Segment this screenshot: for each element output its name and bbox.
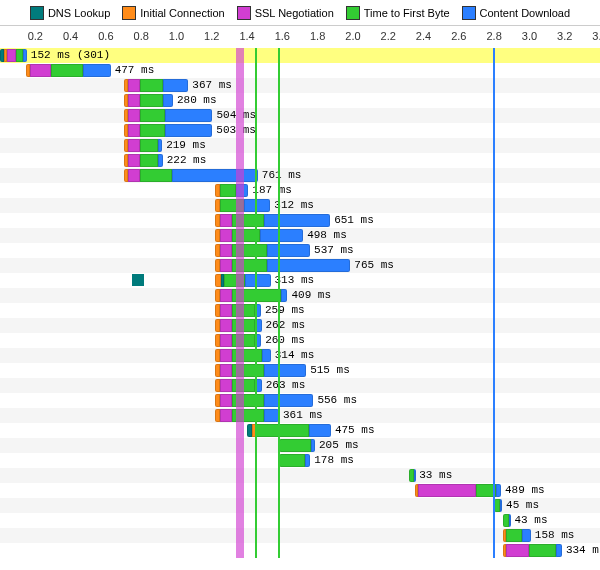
waterfall-row[interactable]: 515 ms — [0, 363, 600, 378]
waterfall-row[interactable]: 33 ms — [0, 468, 600, 483]
timing-bar — [494, 499, 502, 512]
waterfall-row[interactable]: 334 ms — [0, 543, 600, 558]
timing-bar — [26, 64, 110, 77]
ttfb-segment — [232, 364, 264, 377]
ssl-segment — [220, 244, 232, 257]
axis-tick: 2.4 — [416, 30, 431, 42]
waterfall-row[interactable]: 43 ms — [0, 513, 600, 528]
waterfall-row[interactable]: 187 ms — [0, 183, 600, 198]
waterfall-row[interactable]: 178 ms — [0, 453, 600, 468]
ssl-segment — [128, 169, 140, 182]
timing-bar — [409, 469, 415, 482]
timing-label: 43 ms — [515, 514, 548, 527]
waterfall-row[interactable]: 475 ms — [0, 423, 600, 438]
waterfall-row[interactable]: 219 ms — [0, 138, 600, 153]
download-segment — [309, 424, 331, 437]
timing-label: 152 ms (301) — [31, 49, 110, 62]
waterfall-row[interactable]: 477 ms — [0, 63, 600, 78]
timing-label: 515 ms — [310, 364, 350, 377]
download-segment — [264, 409, 279, 422]
waterfall-row[interactable]: 651 ms — [0, 213, 600, 228]
legend-item: Content Download — [462, 6, 571, 20]
legend: DNS LookupInitial ConnectionSSL Negotiat… — [0, 0, 600, 26]
waterfall-row[interactable]: 205 ms — [0, 438, 600, 453]
waterfall-row[interactable]: 313 ms — [0, 273, 600, 288]
waterfall-row[interactable]: 152 ms (301) — [0, 48, 600, 63]
timing-bar — [124, 154, 163, 167]
waterfall-row[interactable]: 312 ms — [0, 198, 600, 213]
timing-label: 498 ms — [307, 229, 347, 242]
timing-bar — [215, 364, 306, 377]
download-segment — [172, 169, 258, 182]
timing-bar — [124, 94, 173, 107]
timing-bar — [215, 244, 310, 257]
ssl-segment — [128, 109, 140, 122]
axis-tick: 2.6 — [451, 30, 466, 42]
download-segment — [267, 244, 310, 257]
waterfall-row[interactable]: 222 ms — [0, 153, 600, 168]
download-segment — [305, 454, 310, 467]
timing-label: 367 ms — [192, 79, 232, 92]
download-segment — [158, 154, 163, 167]
timing-label: 477 ms — [115, 64, 155, 77]
waterfall-row[interactable]: 361 ms — [0, 408, 600, 423]
download-segment — [163, 94, 173, 107]
timing-label: 313 ms — [275, 274, 315, 287]
waterfall-row[interactable]: 280 ms — [0, 93, 600, 108]
waterfall-row[interactable]: 367 ms — [0, 78, 600, 93]
timing-label: 761 ms — [262, 169, 302, 182]
ssl-segment — [220, 409, 232, 422]
legend-item: SSL Negotiation — [237, 6, 334, 20]
waterfall-row[interactable]: 259 ms — [0, 303, 600, 318]
waterfall-row[interactable]: 498 ms — [0, 228, 600, 243]
waterfall-row[interactable]: 263 ms — [0, 378, 600, 393]
axis-tick: 1.8 — [310, 30, 325, 42]
waterfall-row[interactable]: 556 ms — [0, 393, 600, 408]
ttfb-segment — [232, 229, 260, 242]
waterfall-row[interactable]: 260 ms — [0, 333, 600, 348]
timing-label: 45 ms — [506, 499, 539, 512]
ttfb-segment — [279, 439, 311, 452]
waterfall-row[interactable]: 314 ms — [0, 348, 600, 363]
ttfb-segment — [232, 259, 267, 272]
ttfb-segment — [232, 394, 264, 407]
axis-tick: 0.8 — [134, 30, 149, 42]
axis-tick: 2.0 — [345, 30, 360, 42]
ttfb-segment — [232, 379, 255, 392]
timing-bar — [215, 199, 270, 212]
ttfb-segment — [51, 64, 83, 77]
axis-tick: 3.2 — [557, 30, 572, 42]
ttfb-segment — [232, 214, 264, 227]
waterfall-row[interactable]: 489 ms — [0, 483, 600, 498]
ssl-segment — [220, 349, 232, 362]
timing-label: 504 ms — [216, 109, 256, 122]
ttfb-segment — [140, 94, 163, 107]
waterfall-row[interactable]: 503 ms — [0, 123, 600, 138]
ttfb-segment — [16, 49, 23, 62]
legend-swatch — [462, 6, 476, 20]
ssl-segment — [220, 229, 232, 242]
waterfall-row[interactable]: 537 ms — [0, 243, 600, 258]
ttfb-segment — [232, 349, 262, 362]
axis-tick: 3.4 — [592, 30, 600, 42]
download-segment — [264, 364, 306, 377]
ttfb-segment — [232, 334, 255, 347]
ssl-segment — [220, 379, 232, 392]
download-segment — [522, 529, 530, 542]
waterfall-row[interactable]: 761 ms — [0, 168, 600, 183]
waterfall-row[interactable]: 504 ms — [0, 108, 600, 123]
axis-tick: 0.6 — [98, 30, 113, 42]
timing-label: 556 ms — [317, 394, 357, 407]
waterfall-row[interactable]: 45 ms — [0, 498, 600, 513]
download-segment — [163, 79, 188, 92]
download-segment — [255, 304, 261, 317]
waterfall-row[interactable]: 262 ms — [0, 318, 600, 333]
timing-label: 158 ms — [535, 529, 575, 542]
download-segment — [245, 274, 270, 287]
waterfall-row[interactable]: 158 ms — [0, 528, 600, 543]
timing-label: 489 ms — [505, 484, 545, 497]
download-segment — [255, 379, 262, 392]
download-segment — [281, 289, 287, 302]
waterfall-row[interactable]: 409 ms — [0, 288, 600, 303]
waterfall-row[interactable]: 765 ms — [0, 258, 600, 273]
